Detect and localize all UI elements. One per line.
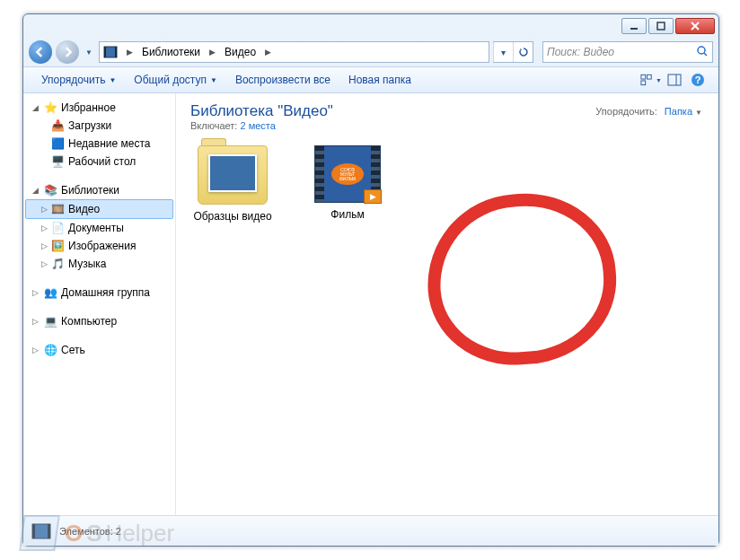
maximize-button[interactable] xyxy=(648,18,674,34)
back-button[interactable] xyxy=(29,40,52,64)
chevron-right-icon: ▶ xyxy=(265,48,271,57)
libraries-icon: 📚 xyxy=(43,183,57,197)
homegroup-node[interactable]: ▷👥Домашняя группа xyxy=(25,284,173,302)
svg-rect-12 xyxy=(668,74,681,85)
arrange-by: Упорядочить: Папка ▼ xyxy=(595,106,702,117)
svg-rect-6 xyxy=(115,47,117,57)
svg-text:?: ? xyxy=(695,74,701,85)
chevron-down-icon: ▼ xyxy=(695,109,702,117)
network-node[interactable]: ▷🌐Сеть xyxy=(25,341,173,359)
favorites-group[interactable]: ◢⭐Избранное xyxy=(25,99,173,117)
sidebar-item-desktop[interactable]: 🖥️Рабочий стол xyxy=(25,153,173,171)
downloads-icon: 📥 xyxy=(50,118,65,133)
documents-icon: 📄 xyxy=(50,221,65,235)
computer-icon: 💻 xyxy=(43,314,57,328)
breadcrumb-item[interactable]: Библиотеки xyxy=(142,46,200,58)
address-bar[interactable]: ▶ Библиотеки ▶ Видео ▶ xyxy=(99,41,489,63)
expand-icon: ▷ xyxy=(31,346,40,354)
sidebar-item-pictures[interactable]: ▷🖼️Изображения xyxy=(25,237,173,255)
forward-button[interactable] xyxy=(56,40,79,64)
music-icon: 🎵 xyxy=(50,257,65,271)
svg-point-7 xyxy=(698,47,705,54)
video-icon: 🎞️ xyxy=(50,202,65,216)
address-buttons: ▾ xyxy=(493,41,533,63)
organize-menu[interactable]: Упорядочить▼ xyxy=(32,74,125,86)
new-folder-button[interactable]: Новая папка xyxy=(339,74,420,86)
chevron-down-icon: ▼ xyxy=(656,77,662,83)
share-menu[interactable]: Общий доступ▼ xyxy=(125,74,226,86)
computer-node[interactable]: ▷💻Компьютер xyxy=(25,312,173,330)
nav-bar: ▼ ▶ Библиотеки ▶ Видео ▶ ▾ Поиск: Видео xyxy=(23,38,718,66)
svg-rect-4 xyxy=(104,47,117,57)
content-pane: Библиотека "Видео" Включает: 2 места Упо… xyxy=(176,93,718,515)
status-text: Элементов: 2 xyxy=(59,526,121,537)
collapse-icon: ◢ xyxy=(31,103,40,112)
svg-rect-11 xyxy=(641,81,646,85)
pictures-icon: 🖼️ xyxy=(50,239,65,253)
close-button[interactable] xyxy=(675,18,715,34)
includes-link[interactable]: 2 места xyxy=(240,120,275,131)
chevron-down-icon: ▼ xyxy=(210,76,217,84)
expand-icon: ▷ xyxy=(40,223,48,232)
breadcrumb-item[interactable]: Видео xyxy=(225,46,256,58)
preview-pane-button[interactable] xyxy=(663,70,686,90)
sidebar-item-downloads[interactable]: 📥Загрузки xyxy=(25,117,173,135)
expand-icon: ▷ xyxy=(31,317,40,326)
video-item[interactable]: СОЮЗМУЛЬТФИЛЬМ ▶ Фильм xyxy=(298,145,397,223)
video-file-icon: СОЮЗМУЛЬТФИЛЬМ ▶ xyxy=(314,145,381,203)
play-all-button[interactable]: Воспроизвести все xyxy=(226,74,339,86)
view-options-button[interactable]: ▼ xyxy=(639,70,663,90)
svg-line-8 xyxy=(704,53,707,56)
item-label: Фильм xyxy=(330,208,364,221)
search-icon xyxy=(696,45,709,60)
chevron-down-icon: ▼ xyxy=(109,76,116,84)
homegroup-icon: 👥 xyxy=(43,285,57,300)
chevron-right-icon: ▶ xyxy=(209,48,216,57)
explorer-window: ▼ ▶ Библиотеки ▶ Видео ▶ ▾ Поиск: Видео … xyxy=(22,13,719,547)
expand-icon: ▷ xyxy=(31,288,40,297)
arrange-by-dropdown[interactable]: Папка ▼ xyxy=(665,106,702,117)
library-includes: Включает: 2 места xyxy=(190,120,704,131)
play-overlay-icon: ▶ xyxy=(364,189,382,204)
libraries-group[interactable]: ◢📚Библиотеки xyxy=(25,181,173,199)
network-icon: 🌐 xyxy=(43,343,57,357)
chevron-right-icon: ▶ xyxy=(127,48,133,57)
titlebar xyxy=(23,14,718,38)
desktop-icon: 🖥️ xyxy=(50,154,65,169)
details-pane: Элементов: 2 xyxy=(23,515,718,546)
help-button[interactable]: ? xyxy=(686,70,709,90)
nav-history-dropdown[interactable]: ▼ xyxy=(83,48,95,57)
item-label: Образцы видео xyxy=(193,210,271,223)
collapse-icon: ◢ xyxy=(31,186,40,195)
sidebar-item-recent[interactable]: 🟦Недавние места xyxy=(25,135,173,153)
sidebar-item-videos[interactable]: ▷🎞️Видео xyxy=(25,199,173,219)
expand-icon: ▷ xyxy=(40,241,48,250)
recent-icon: 🟦 xyxy=(50,136,65,151)
minimize-button[interactable] xyxy=(621,18,647,34)
body: ◢⭐Избранное 📥Загрузки 🟦Недавние места 🖥️… xyxy=(23,93,718,515)
expand-icon: ▷ xyxy=(40,259,48,268)
svg-rect-10 xyxy=(648,74,652,79)
expand-icon: ▷ xyxy=(40,205,48,214)
folder-item[interactable]: Образцы видео xyxy=(183,145,282,223)
search-placeholder: Поиск: Видео xyxy=(547,46,614,58)
command-bar: Упорядочить▼ Общий доступ▼ Воспроизвести… xyxy=(23,66,718,93)
sidebar-item-music[interactable]: ▷🎵Музыка xyxy=(25,255,173,273)
library-video-icon xyxy=(103,45,118,59)
items-view: Образцы видео СОЮЗМУЛЬТФИЛЬМ ▶ Фильм xyxy=(176,135,718,233)
svg-rect-5 xyxy=(104,47,106,57)
search-input[interactable]: Поиск: Видео xyxy=(542,41,713,63)
refresh-button[interactable] xyxy=(513,42,533,62)
video-library-icon xyxy=(31,521,52,542)
folder-icon xyxy=(198,145,268,205)
sidebar-item-documents[interactable]: ▷📄Документы xyxy=(25,219,173,237)
star-icon: ⭐ xyxy=(43,101,57,115)
svg-rect-18 xyxy=(48,524,50,538)
svg-rect-9 xyxy=(641,74,646,79)
svg-rect-17 xyxy=(32,524,35,538)
svg-rect-1 xyxy=(657,22,665,30)
nav-pane: ◢⭐Избранное 📥Загрузки 🟦Недавние места 🖥️… xyxy=(23,93,176,515)
address-dropdown-button[interactable]: ▾ xyxy=(493,42,513,62)
